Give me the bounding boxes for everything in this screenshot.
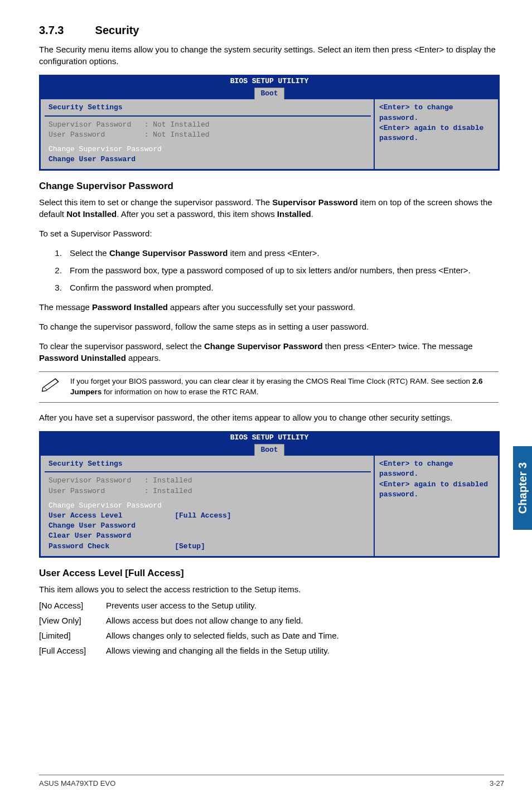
bios-tab-boot: Boot <box>254 88 284 99</box>
user-access-level-heading: User Access Level [Full Access] <box>39 567 499 580</box>
bios-tab-boot: Boot <box>254 444 284 456</box>
def-val: Prevents user access to the Setup utilit… <box>106 600 499 611</box>
def-key: [No Access] <box>39 600 106 611</box>
bios-section-heading: Security Settings <box>45 459 371 472</box>
bios-panel-security-1: BIOS SETUP UTILITY Boot Security Setting… <box>39 75 500 171</box>
steps-list: Select the Change Supervisor Password it… <box>39 247 499 293</box>
section-heading: 3.7.3 Security <box>39 22 499 38</box>
change-supervisor-heading: Change Supervisor Password <box>39 180 499 193</box>
bios-menu-clear-user-pw: Clear User Password <box>49 531 368 541</box>
bios-tab-row: Boot <box>40 444 499 456</box>
bios-left-pane: Security Settings Supervisor Password : … <box>40 99 375 170</box>
bios-row-supervisor: Supervisor Password : Not Installed <box>49 120 368 130</box>
msg-change: To change the supervisor password, follo… <box>39 321 499 332</box>
section-number: 3.7.3 <box>39 22 92 38</box>
bios-tab-row: Boot <box>40 88 499 99</box>
bios-menu-change-supervisor: Change Supervisor Password <box>49 144 368 154</box>
bios-title: BIOS SETUP UTILITY <box>40 75 499 88</box>
def-val: Allows viewing and changing all the fiel… <box>106 645 499 656</box>
step-2: From the password box, type a password c… <box>64 264 499 276</box>
csp-set-intro: To set a Supervisor Password: <box>39 228 499 239</box>
def-key: [View Only] <box>39 615 106 626</box>
chapter-side-tab: Chapter 3 <box>513 446 532 530</box>
note-pencil-icon <box>41 376 61 395</box>
bios-row-user: User Password : Installed <box>49 486 368 496</box>
bios-panel-security-2: BIOS SETUP UTILITY Boot Security Setting… <box>39 431 500 558</box>
step-1: Select the Change Supervisor Password it… <box>64 247 499 259</box>
after-paragraph: After you have set a supervisor password… <box>39 412 499 423</box>
def-key: [Limited] <box>39 630 106 641</box>
bios-title: BIOS SETUP UTILITY <box>40 432 499 444</box>
bios-menu-user-access-level: User Access Level [Full Access] <box>49 511 368 521</box>
intro-paragraph: The Security menu items allow you to cha… <box>39 44 499 67</box>
bios-row-supervisor: Supervisor Password : Installed <box>49 476 368 486</box>
bios-help-pane: <Enter> to change password. <Enter> agai… <box>375 99 499 170</box>
bios-menu-change-supervisor: Change Supervisor Password <box>49 501 368 511</box>
bios-left-pane: Security Settings Supervisor Password : … <box>40 456 375 557</box>
footer-page-number: 3-27 <box>490 779 504 789</box>
msg-clear: To clear the supervisor password, select… <box>39 340 499 364</box>
footer-product: ASUS M4A79XTD EVO <box>39 779 115 789</box>
bios-menu-change-user: Change User Passward <box>49 154 368 165</box>
bios-menu-change-user-pw: Change User Password <box>49 521 368 531</box>
csp-paragraph-1: Select this item to set or change the su… <box>39 196 499 220</box>
definitions-list: [No Access]Prevents user access to the S… <box>39 600 499 656</box>
def-val: Allows access but does not allow change … <box>106 615 499 626</box>
page-footer: ASUS M4A79XTD EVO 3-27 <box>39 775 504 789</box>
chapter-side-tab-label: Chapter 3 <box>515 462 530 514</box>
user-access-level-intro: This item allows you to select the acces… <box>39 583 499 595</box>
msg-installed: The message Password Installed appears a… <box>39 301 499 313</box>
note-callout: If you forget your BIOS password, you ca… <box>39 371 499 403</box>
bios-help-pane: <Enter> to change password. <Enter> agai… <box>375 456 499 557</box>
bios-row-user: User Password : Not Installed <box>49 130 368 140</box>
section-title: Security <box>95 24 139 36</box>
step-3: Confirm the password when prompted. <box>64 282 499 293</box>
def-val: Allows changes only to selected fields, … <box>106 630 499 641</box>
bios-menu-password-check: Password Check [Setup] <box>49 542 368 552</box>
bios-section-heading: Security Settings <box>45 103 371 116</box>
def-key: [Full Access] <box>39 645 106 656</box>
note-text: If you forget your BIOS password, you ca… <box>70 376 499 398</box>
